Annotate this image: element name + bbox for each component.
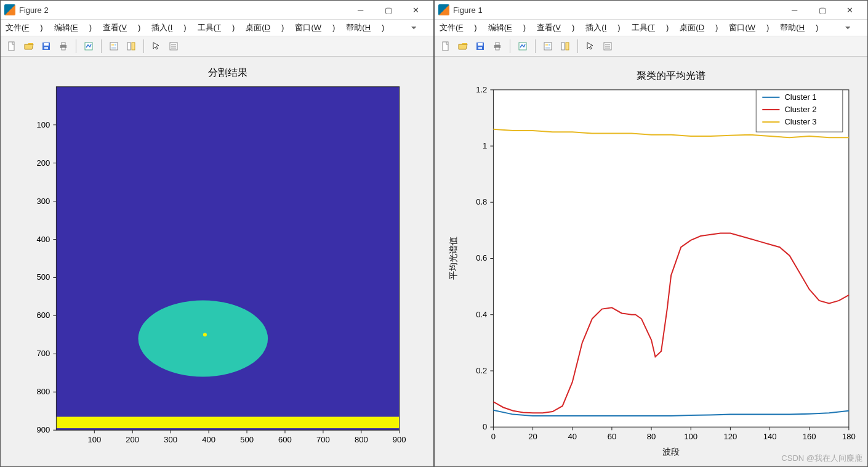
- minimize-button[interactable]: ─: [347, 1, 374, 18]
- menubar[interactable]: 文件(F)编辑(E)查看(V)插入(I)工具(T)桌面(D)窗口(W)帮助(H)…: [1, 20, 433, 36]
- maximize-button[interactable]: ▢: [808, 1, 836, 18]
- region-blob: [139, 301, 268, 377]
- svg-rect-0: [9, 42, 14, 51]
- menu-item[interactable]: 帮助(H): [780, 22, 818, 33]
- x-tick-label: 180: [842, 432, 856, 441]
- y-tick-label: 400: [37, 235, 50, 244]
- menu-item[interactable]: 编辑(E): [54, 22, 92, 33]
- figure-2-window: Figure 2 ─ ▢ ✕ 文件(F)编辑(E)查看(V)插入(I)工具(T)…: [0, 0, 434, 467]
- data-cursor-icon[interactable]: [540, 39, 555, 54]
- x-tick-label: 600: [278, 435, 292, 444]
- open-icon[interactable]: [22, 39, 36, 54]
- link-icon[interactable]: [124, 39, 139, 54]
- svg-rect-41: [496, 43, 499, 45]
- region-strip: [56, 416, 399, 428]
- figure-1-window: Figure 1 ─ ▢ ✕ 文件(F)编辑(E)查看(V)插入(I)工具(T)…: [434, 0, 868, 467]
- menu-item[interactable]: 工具(T): [632, 22, 669, 33]
- menubar-overflow-icon[interactable]: ⏷: [411, 24, 417, 31]
- print-figure-icon[interactable]: [81, 39, 96, 54]
- x-tick-label: 800: [355, 435, 368, 444]
- x-tick-label: 400: [202, 435, 215, 444]
- edit-plot-icon[interactable]: [166, 39, 181, 54]
- link-icon[interactable]: [558, 39, 573, 54]
- open-icon[interactable]: [456, 39, 470, 54]
- titlebar[interactable]: Figure 2 ─ ▢ ✕: [1, 1, 433, 20]
- svg-rect-10: [115, 44, 116, 46]
- menu-item[interactable]: 文件(F): [440, 22, 477, 33]
- menubar[interactable]: 文件(F)编辑(E)查看(V)插入(I)工具(T)桌面(D)窗口(W)帮助(H)…: [435, 20, 867, 36]
- menu-item[interactable]: 工具(T): [198, 22, 235, 33]
- menu-item[interactable]: 编辑(E): [488, 22, 526, 33]
- menu-item[interactable]: 查看(V): [103, 22, 140, 33]
- y-tick-label: 0.6: [476, 253, 487, 262]
- y-axis-label: 平均光谱值: [448, 237, 458, 280]
- chart-title: 聚类的平均光谱: [637, 70, 705, 81]
- svg-rect-45: [545, 44, 548, 46]
- pointer-icon[interactable]: [583, 39, 598, 54]
- y-tick-label: 100: [37, 120, 50, 129]
- svg-rect-6: [62, 47, 65, 50]
- svg-rect-3: [44, 47, 48, 49]
- y-tick-label: 0.2: [476, 366, 487, 375]
- print-icon[interactable]: [56, 39, 71, 54]
- y-tick-label: 0.8: [476, 197, 487, 206]
- x-tick-label: 0: [491, 432, 496, 441]
- y-tick-label: 1: [483, 141, 487, 150]
- legend-label: Cluster 1: [784, 92, 816, 102]
- svg-rect-36: [443, 42, 448, 51]
- matlab-logo-icon: [4, 4, 15, 15]
- svg-rect-2: [44, 43, 49, 46]
- plot-area: 分割结果100200300400500600700800900100200300…: [1, 57, 433, 466]
- x-tick-label: 20: [528, 432, 537, 441]
- x-axis-label: 波段: [662, 447, 680, 457]
- pointer-icon[interactable]: [149, 39, 164, 54]
- y-tick-label: 300: [37, 197, 50, 206]
- print-icon[interactable]: [490, 39, 505, 54]
- toolbar[interactable]: [1, 36, 433, 57]
- menu-item[interactable]: 插入(I): [585, 22, 620, 33]
- x-tick-label: 700: [316, 435, 330, 444]
- close-button[interactable]: ✕: [402, 1, 430, 18]
- svg-rect-5: [62, 43, 65, 45]
- x-tick-label: 300: [164, 435, 177, 444]
- region-speck: [203, 333, 207, 336]
- svg-rect-42: [496, 47, 499, 50]
- svg-rect-38: [478, 43, 483, 46]
- svg-rect-48: [561, 43, 565, 50]
- segmentation-chart: 分割结果100200300400500600700800900100200300…: [1, 57, 433, 466]
- menu-item[interactable]: 窗口(W): [729, 22, 769, 33]
- svg-rect-8: [110, 43, 118, 50]
- new-icon[interactable]: [4, 39, 19, 54]
- menu-item[interactable]: 文件(F): [6, 22, 43, 33]
- x-tick-label: 140: [763, 432, 777, 441]
- plot-area: 聚类的平均光谱02040608010012014016018000.20.40.…: [435, 57, 867, 466]
- maximize-button[interactable]: ▢: [374, 1, 402, 18]
- svg-rect-44: [544, 43, 552, 50]
- menu-item[interactable]: 桌面(D): [246, 22, 284, 33]
- menu-item[interactable]: 查看(V): [537, 22, 574, 33]
- new-icon[interactable]: [438, 39, 453, 54]
- minimize-button[interactable]: ─: [781, 1, 808, 18]
- y-tick-label: 200: [37, 158, 50, 168]
- desktop: Figure 2 ─ ▢ ✕ 文件(F)编辑(E)查看(V)插入(I)工具(T)…: [0, 0, 868, 467]
- menubar-overflow-icon[interactable]: ⏷: [845, 24, 851, 31]
- print-figure-icon[interactable]: [515, 39, 530, 54]
- save-icon[interactable]: [473, 39, 488, 54]
- save-icon[interactable]: [39, 39, 54, 54]
- menu-item[interactable]: 帮助(H): [346, 22, 384, 33]
- close-button[interactable]: ✕: [836, 1, 864, 18]
- x-tick-label: 160: [803, 432, 816, 441]
- y-tick-label: 0.4: [476, 310, 487, 319]
- menu-item[interactable]: 桌面(D): [680, 22, 718, 33]
- x-tick-label: 500: [240, 435, 254, 444]
- toolbar[interactable]: [435, 36, 867, 57]
- titlebar[interactable]: Figure 1 ─ ▢ ✕: [435, 1, 867, 20]
- svg-rect-13: [132, 43, 135, 50]
- svg-rect-12: [127, 43, 131, 50]
- x-tick-label: 40: [568, 432, 577, 441]
- menu-item[interactable]: 窗口(W): [295, 22, 335, 33]
- x-tick-label: 900: [393, 435, 406, 444]
- edit-plot-icon[interactable]: [600, 39, 615, 54]
- menu-item[interactable]: 插入(I): [151, 22, 186, 33]
- data-cursor-icon[interactable]: [106, 39, 121, 54]
